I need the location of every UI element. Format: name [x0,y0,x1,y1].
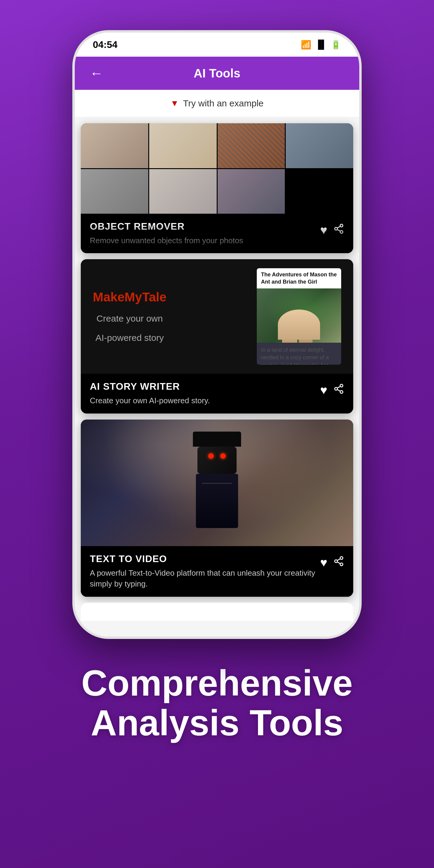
story-writer-bottom-bar: AI STORY WRITER Create your own AI-power… [81,374,353,413]
object-remover-desc: Remove unwanted objects from your photos [90,235,320,246]
partial-next-card [81,603,353,621]
marketing-title-line2: Analysis Tools [82,703,352,743]
text-to-video-bottom-bar: TEXT TO VIDEO A powerful Text-to-Video p… [81,546,353,597]
status-bar: 04:54 📶 ▐▌ 🔋 [75,33,359,57]
story-book-header: The Adventures of Mason the Ant and Bria… [257,268,341,288]
text-to-video-actions: ♥ [320,556,344,569]
story-book-preview: The Adventures of Mason the Ant and Bria… [257,268,341,365]
object-remover-heart[interactable]: ♥ [320,223,327,237]
ai-story-writer-card[interactable]: MakeMyTale Create your own AI-powered st… [81,259,353,413]
robot-body [196,474,238,528]
robot-head [197,447,237,474]
svg-point-0 [340,224,343,227]
object-remover-images [81,123,353,214]
makemytale-white: MakeMy [93,290,142,304]
object-remover-share[interactable] [333,223,344,237]
app-header: ← AI Tools [75,57,359,90]
sample-image-1 [81,123,148,168]
svg-point-2 [340,230,343,233]
battery-icon: 🔋 [331,40,341,50]
svg-line-8 [337,390,340,392]
robot-hat [193,432,241,447]
text-to-video-card[interactable]: TEXT TO VIDEO A powerful Text-to-Video p… [81,420,353,597]
story-writer-desc: Create your own AI-powered story. [90,395,320,406]
child-figure-1 [282,315,297,343]
sample-image-7 [218,169,285,214]
status-icons: 📶 ▐▌ 🔋 [301,40,341,50]
object-remover-card[interactable]: OBJECT REMOVER Remove unwanted objects f… [81,123,353,253]
robot-chest-line [202,483,232,484]
sample-image-6 [149,169,217,214]
story-book-text: In a land of eternal delight, nestled in… [257,343,341,365]
sample-image-3 [218,123,285,168]
marketing-section: Comprehensive Analysis Tools [51,639,383,761]
svg-line-4 [337,226,340,228]
makemytale-logo: MakeMyTale [93,290,166,304]
try-example-banner[interactable]: ▼ Try with an example [75,90,359,117]
story-card-bg: MakeMyTale Create your own AI-powered st… [81,259,353,374]
svg-line-13 [337,562,340,564]
text-to-video-desc: A powerful Text-to-Video platform that c… [90,567,320,590]
signal-icon: ▐▌ [315,40,327,50]
sample-image-2 [149,123,217,168]
text-to-video-info: TEXT TO VIDEO A powerful Text-to-Video p… [90,553,320,590]
object-remover-title: OBJECT REMOVER [90,221,320,232]
svg-point-7 [340,391,343,393]
sample-image-4 [286,123,353,168]
phone-shell: 04:54 📶 ▐▌ 🔋 ← AI Tools ▼ Try with an ex… [72,30,362,639]
robot-eye-left [208,453,214,459]
svg-point-10 [340,557,343,559]
sample-image-5 [81,169,148,214]
story-book-img [257,288,341,343]
marketing-title-line1: Comprehensive [82,663,352,703]
back-button[interactable]: ← [90,66,103,81]
phone-content: ▼ Try with an example OBJECT REMOVER Rem… [75,90,359,637]
svg-line-14 [337,559,340,561]
wifi-icon: 📶 [301,40,311,50]
story-writer-info: AI STORY WRITER Create your own AI-power… [90,381,320,406]
try-example-text: ▼ Try with an example [87,98,347,108]
story-subtitle2: AI-powered story [93,333,166,343]
makemytale-red: Tale [142,290,166,304]
svg-line-3 [337,229,340,231]
video-card-bg [81,420,353,546]
object-remover-actions: ♥ [320,223,344,237]
text-to-video-title: TEXT TO VIDEO [90,553,320,564]
svg-point-12 [340,563,343,566]
triangle-icon: ▼ [170,98,179,108]
svg-point-5 [340,384,343,387]
try-example-label: Try with an example [183,98,264,108]
story-writer-heart[interactable]: ♥ [320,383,327,397]
text-to-video-heart[interactable]: ♥ [320,556,327,569]
svg-point-11 [335,560,338,562]
card-bottom-bar: OBJECT REMOVER Remove unwanted objects f… [81,214,353,253]
text-to-video-share[interactable] [333,556,344,569]
robot-eye-right [220,453,226,459]
story-writer-share[interactable] [333,383,344,397]
robot-character [187,432,247,528]
svg-point-6 [335,388,338,390]
child-figure-2 [299,318,313,343]
story-writer-title: AI STORY WRITER [90,381,320,392]
status-time: 04:54 [93,39,118,50]
card-info: OBJECT REMOVER Remove unwanted objects f… [90,221,320,246]
story-writer-actions: ♥ [320,383,344,397]
story-left: MakeMyTale Create your own AI-powered st… [93,290,166,343]
page-title: AI Tools [194,67,241,80]
story-subtitle1: Create your own [93,313,166,324]
svg-line-9 [337,386,340,388]
svg-point-1 [335,227,338,230]
